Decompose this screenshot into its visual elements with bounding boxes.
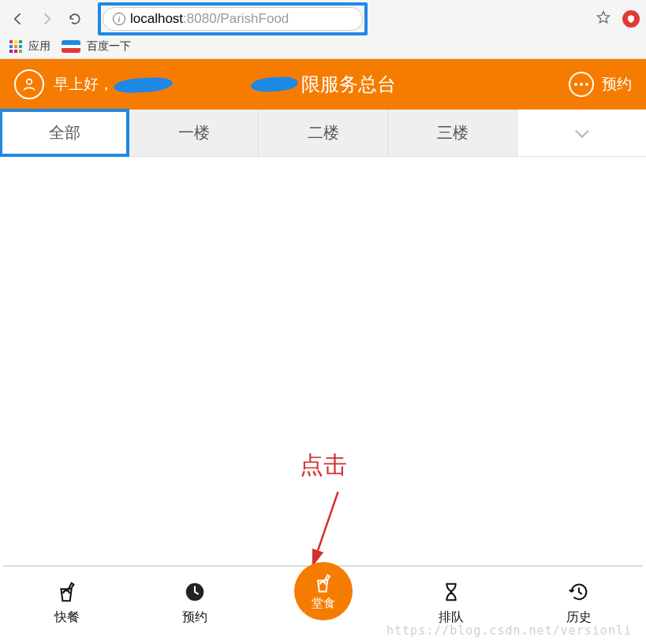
history-icon (567, 580, 591, 604)
url-host: localhost (130, 11, 183, 26)
arrow-right-icon (39, 11, 54, 27)
reload-icon (67, 11, 83, 27)
arrow-left-icon (10, 11, 26, 27)
cup-icon (55, 580, 79, 604)
tab-floor1[interactable]: 一楼 (129, 110, 259, 156)
click-annotation: 点击 (300, 449, 347, 482)
bookmarks-bar: 应用 百度一下 (0, 38, 646, 58)
avatar[interactable] (14, 69, 44, 99)
url-rest: :8080/ParishFood (183, 11, 289, 26)
user-icon (21, 76, 37, 92)
nav-label: 预约 (182, 609, 207, 626)
chevron-down-icon (571, 122, 593, 144)
redaction-mark-title (250, 76, 298, 92)
more-menu-icon[interactable] (569, 72, 594, 97)
floor-tabs: 全部 一楼 二楼 三楼 (0, 110, 646, 157)
header-reserve-button[interactable]: 预约 (602, 74, 632, 95)
header-actions: 预约 (569, 72, 632, 97)
baidu-icon[interactable] (62, 40, 80, 53)
info-icon[interactable]: i (113, 13, 125, 25)
title-suffix: 限服务总台 (301, 72, 396, 97)
tab-floor3[interactable]: 三楼 (388, 110, 517, 156)
tab-label: 全部 (49, 122, 80, 143)
greeting-text: 早上好， (54, 76, 114, 92)
nav-label: 堂食 (312, 596, 335, 611)
url-text: localhost:8080/ParishFood (130, 11, 289, 27)
watermark: https://blog.csdn.net/versionli (386, 624, 632, 638)
clock-icon (183, 580, 207, 604)
tab-label: 一楼 (178, 122, 210, 143)
tab-label: 三楼 (437, 122, 469, 143)
address-bar-area: i localhost:8080/ParishFood (98, 2, 584, 35)
apps-icon[interactable] (9, 40, 22, 53)
extension-shield-icon[interactable] (622, 10, 640, 28)
greeting: 早上好， (54, 74, 173, 95)
tab-label: 二楼 (308, 122, 339, 143)
tab-all[interactable]: 全部 (0, 110, 129, 156)
app-header: 早上好， 限服务总台 预约 (0, 59, 646, 110)
nav-bar: i localhost:8080/ParishFood (0, 0, 646, 38)
svg-point-0 (27, 79, 32, 84)
bookmark-star-icon[interactable] (596, 9, 611, 28)
svg-line-1 (306, 492, 344, 565)
nav-fastfood[interactable]: 快餐 (3, 567, 131, 638)
nav-reserve[interactable]: 预约 (131, 567, 259, 638)
nav-label: 快餐 (54, 609, 80, 626)
address-bar[interactable]: i localhost:8080/ParishFood (103, 7, 363, 31)
nav-dinein[interactable]: 堂食 (259, 556, 386, 627)
bookmark-apps[interactable]: 应用 (28, 39, 50, 54)
back-button[interactable] (6, 7, 30, 31)
tab-floor2[interactable]: 二楼 (259, 110, 388, 156)
hourglass-icon (439, 580, 463, 604)
highlight-box-url: i localhost:8080/ParishFood (98, 2, 368, 35)
bookmark-baidu[interactable]: 百度一下 (87, 39, 131, 54)
tab-expand[interactable] (517, 110, 646, 156)
browser-chrome: i localhost:8080/ParishFood 应用 百度一下 (0, 0, 646, 59)
page-title: 限服务总台 (251, 72, 396, 97)
reload-button[interactable] (63, 7, 87, 31)
forward-button[interactable] (35, 7, 58, 31)
redaction-mark (114, 76, 174, 94)
cup-icon (312, 572, 334, 594)
